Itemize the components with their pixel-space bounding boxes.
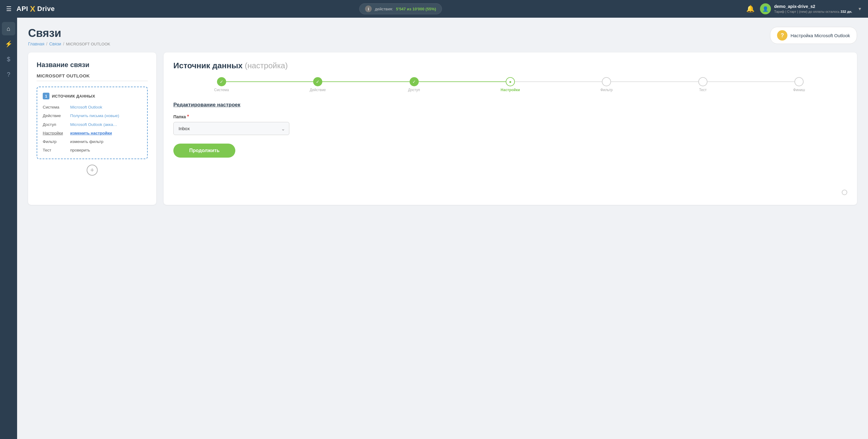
help-button[interactable]: ? Настройка Microsoft Outlook [770, 27, 857, 44]
step-label-settings: Настройки [500, 88, 520, 92]
step-label-filter: Фильтр [600, 88, 613, 92]
step-label-finish: Финиш [793, 88, 805, 92]
sidebar-item-home[interactable]: ⌂ [2, 22, 15, 35]
label-test: Тест [43, 147, 70, 154]
step-label-sistema: Система [214, 88, 229, 92]
radio-placeholder [842, 190, 847, 195]
right-card: Источник данных (настройка) ✓ Система ✓ … [163, 53, 857, 205]
avatar: 👤 [760, 3, 771, 14]
step-circle-filter [602, 77, 611, 86]
help-button-label: Настройка Microsoft Outlook [790, 33, 850, 38]
value-access[interactable]: Microsoft Outlook (аккаунт до [70, 121, 119, 128]
actions-value: 5'547 из 10'000 (55%) [396, 7, 436, 11]
chevron-down-icon[interactable]: ▼ [858, 6, 862, 11]
stepper: ✓ Система ✓ Действие ✓ Доступ ● [173, 77, 847, 92]
main-content: Связи Главная / Связи / MICROSOFT OUTLOO… [17, 18, 868, 439]
folder-label: Папка * [173, 114, 847, 120]
page-header: Связи Главная / Связи / MICROSOFT OUTLOO… [28, 27, 857, 46]
question-circle-icon: ? [777, 30, 787, 40]
step-circle-test [698, 77, 708, 86]
actions-label: действия: [375, 7, 393, 11]
hamburger-icon[interactable]: ☰ [6, 5, 11, 12]
source-data-box: 1 ИСТОЧНИК ДАННЫХ Система Microsoft Outl… [37, 87, 148, 159]
navbar-center: i действия: 5'547 из 10'000 (55%) [61, 3, 740, 14]
step-label-access: Доступ [408, 88, 420, 92]
breadcrumb-current: MICROSOFT OUTLOOK [66, 42, 110, 46]
breadcrumb: Главная / Связи / MICROSOFT OUTLOOK [28, 41, 110, 46]
sidebar-item-connections[interactable]: ⚡ [2, 37, 15, 50]
label-sistema: Система [43, 104, 70, 111]
breadcrumb-home[interactable]: Главная [28, 41, 44, 46]
value-action[interactable]: Получить письма (новые) [70, 112, 142, 120]
value-filter[interactable]: изменить фильтр [70, 138, 142, 145]
logo: APIXDrive [17, 4, 55, 14]
source-title: Источник данных [173, 61, 243, 70]
folder-select[interactable]: Inbox Drafts Sent Deleted Junk [173, 122, 289, 135]
step-circle-settings: ● [506, 77, 515, 86]
step-finish: Финиш [751, 77, 847, 92]
username: demo_apix-drive_s2 [774, 4, 852, 10]
left-card-title: Название связи [37, 61, 148, 69]
source-subtitle: (настройка) [245, 61, 288, 70]
form-section-title: Редактирование настроек [173, 102, 847, 108]
home-icon: ⌂ [7, 25, 10, 32]
label-filter: Фильтр [43, 138, 70, 145]
logo-api: API [17, 5, 28, 13]
box-title: ИСТОЧНИК ДАННЫХ [52, 94, 95, 98]
connections-icon: ⚡ [5, 40, 12, 47]
actions-badge: i действия: 5'547 из 10'000 (55%) [359, 3, 442, 14]
plan-text: Тариф | Старт | (new) до оплаты осталось… [774, 9, 852, 14]
sidebar-item-help[interactable]: ? [2, 68, 15, 81]
navbar-right: 🔔 👤 demo_apix-drive_s2 Тариф | Старт | (… [746, 3, 862, 14]
label-settings: Настройки [43, 130, 70, 137]
breadcrumb-sep-1: / [46, 41, 47, 46]
value-sistema[interactable]: Microsoft Outlook [70, 104, 142, 111]
navbar: ☰ APIXDrive i действия: 5'547 из 10'000 … [0, 0, 868, 18]
value-settings[interactable]: изменить настройки [70, 130, 142, 137]
step-circle-sistema: ✓ [217, 77, 226, 86]
help-icon: ? [7, 71, 10, 78]
add-block-button[interactable]: + [87, 165, 98, 176]
step-settings: ● Настройки [462, 77, 558, 92]
box-number: 1 [43, 93, 50, 99]
continue-button[interactable]: Продолжить [173, 144, 235, 158]
box-header: 1 ИСТОЧНИК ДАННЫХ [43, 93, 142, 99]
step-circle-finish [795, 77, 804, 86]
page-header-left: Связи Главная / Связи / MICROSOFT OUTLOO… [28, 27, 110, 46]
logo-x: X [30, 4, 35, 14]
source-header: Источник данных (настройка) [173, 61, 847, 70]
folder-select-wrapper: Inbox Drafts Sent Deleted Junk ⌄ [173, 122, 289, 135]
step-label-test: Тест [699, 88, 707, 92]
label-access: Доступ [43, 121, 70, 128]
page-title: Связи [28, 27, 110, 40]
step-circle-access: ✓ [410, 77, 419, 86]
required-star: * [187, 114, 189, 120]
user-info: demo_apix-drive_s2 Тариф | Старт | (new)… [774, 4, 852, 14]
left-card: Название связи MICROSOFT OUTLOOK 1 ИСТОЧ… [28, 53, 156, 205]
sidebar-item-billing[interactable]: $ [2, 53, 15, 66]
breadcrumb-sep-2: / [63, 41, 64, 46]
logo-drive: Drive [37, 5, 55, 13]
label-action: Действие [43, 112, 70, 120]
step-circle-action: ✓ [313, 77, 322, 86]
billing-icon: $ [7, 56, 10, 63]
connection-name: MICROSOFT OUTLOOK [37, 73, 148, 81]
content-row: Название связи MICROSOFT OUTLOOK 1 ИСТОЧ… [28, 53, 857, 205]
step-access: ✓ Доступ [366, 77, 462, 92]
info-rows: Система Microsoft Outlook Действие Получ… [43, 104, 142, 154]
value-test[interactable]: проверить [70, 147, 142, 154]
step-filter: Фильтр [559, 77, 655, 92]
info-icon: i [365, 5, 372, 12]
sidebar: ⌂ ⚡ $ ? [0, 18, 17, 439]
step-action: ✓ Действие [270, 77, 366, 92]
user-section: 👤 demo_apix-drive_s2 Тариф | Старт | (ne… [760, 3, 852, 14]
step-test: Тест [655, 77, 751, 92]
step-sistema: ✓ Система [173, 77, 270, 92]
bell-icon[interactable]: 🔔 [746, 5, 754, 13]
step-label-action: Действие [310, 88, 326, 92]
breadcrumb-connections[interactable]: Связи [49, 41, 61, 46]
